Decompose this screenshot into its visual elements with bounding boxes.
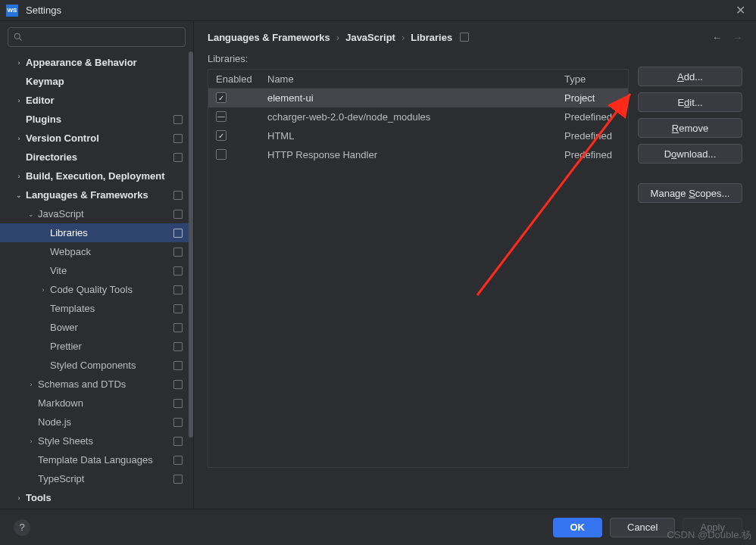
nav-back-icon[interactable]: ← bbox=[712, 32, 722, 43]
sidebar-item-label: Prettier bbox=[50, 341, 82, 352]
checkbox[interactable] bbox=[216, 92, 226, 103]
checkbox[interactable] bbox=[216, 130, 226, 141]
sidebar-item-bower[interactable]: Bower bbox=[0, 318, 189, 337]
sidebar-item-schemas-and-dtds[interactable]: ›Schemas and DTDs bbox=[0, 375, 189, 394]
chevron-icon: › bbox=[26, 438, 36, 445]
chevron-icon: › bbox=[26, 381, 36, 388]
settings-tree: ›Appearance & BehaviorKeymap›EditorPlugi… bbox=[0, 53, 193, 509]
sidebar-item-label: Styled Components bbox=[50, 360, 136, 371]
chevron-icon: › bbox=[14, 97, 24, 104]
sidebar-item-label: Node.js bbox=[38, 416, 71, 428]
download-button[interactable]: Download... bbox=[638, 144, 742, 164]
sidebar-item-label: Webpack bbox=[50, 246, 91, 257]
sidebar-item-prettier[interactable]: Prettier bbox=[0, 337, 189, 356]
scope-icon bbox=[173, 418, 183, 427]
sidebar-item-node-js[interactable]: Node.js bbox=[0, 413, 189, 431]
sidebar-item-label: Vite bbox=[50, 265, 67, 276]
sidebar-item-label: Directories bbox=[26, 151, 77, 163]
sidebar-item-languages-frameworks[interactable]: ⌄Languages & Frameworks bbox=[0, 185, 189, 204]
scope-icon bbox=[460, 33, 469, 42]
sidebar-item-label: Appearance & Behavior bbox=[26, 57, 137, 68]
sidebar-scrollbar[interactable] bbox=[189, 51, 193, 509]
scope-icon bbox=[173, 285, 183, 294]
scope-icon bbox=[173, 153, 183, 162]
watermark: CSDN @Double.杨 bbox=[667, 528, 751, 542]
dialog-footer: ? OK Cancel Apply bbox=[0, 509, 756, 545]
table-row[interactable]: element-uiProject bbox=[208, 89, 628, 107]
nav-forward-icon[interactable]: → bbox=[733, 32, 742, 43]
library-type: Predefined bbox=[564, 149, 628, 160]
table-row[interactable]: HTTP Response HandlerPredefined bbox=[208, 145, 628, 164]
scope-icon bbox=[173, 456, 183, 465]
sidebar-item-build-execution-deployment[interactable]: ›Build, Execution, Deployment bbox=[0, 167, 189, 185]
ok-button[interactable]: OK bbox=[553, 518, 603, 537]
sidebar-item-label: Bower bbox=[50, 322, 78, 333]
table-row[interactable]: ccharger-web-2.0-dev/node_modulesPredefi… bbox=[208, 107, 628, 126]
scope-icon bbox=[173, 266, 183, 276]
scope-icon bbox=[173, 134, 183, 143]
edit-button[interactable]: Edit... bbox=[638, 92, 742, 112]
sidebar-item-javascript[interactable]: ⌄JavaScript bbox=[0, 204, 189, 223]
sidebar-item-label: Markdown bbox=[38, 397, 83, 409]
action-buttons: Add... Edit... Remove Download... Manage… bbox=[638, 53, 742, 501]
checkbox[interactable] bbox=[216, 149, 226, 160]
scope-icon bbox=[173, 229, 183, 238]
sidebar-item-webpack[interactable]: Webpack bbox=[0, 242, 189, 261]
sidebar-item-editor[interactable]: ›Editor bbox=[0, 91, 189, 110]
library-type: Predefined bbox=[564, 130, 628, 142]
sidebar-item-directories[interactable]: Directories bbox=[0, 148, 189, 167]
sidebar-item-appearance-behavior[interactable]: ›Appearance & Behavior bbox=[0, 53, 189, 72]
scope-icon bbox=[173, 342, 183, 351]
col-type[interactable]: Type bbox=[564, 73, 628, 85]
svg-point-0 bbox=[14, 33, 20, 39]
manage-scopes-button[interactable]: Manage Scopes... bbox=[638, 183, 742, 203]
chevron-icon: › bbox=[38, 286, 48, 294]
section-label: Libraries: bbox=[208, 53, 629, 64]
add-button[interactable]: Add... bbox=[638, 67, 742, 86]
col-enabled[interactable]: Enabled bbox=[208, 73, 261, 85]
chevron-icon: › bbox=[14, 173, 24, 180]
sidebar-item-vite[interactable]: Vite bbox=[0, 261, 189, 280]
sidebar-item-version-control[interactable]: ›Version Control bbox=[0, 129, 189, 148]
settings-sidebar: ›Appearance & BehaviorKeymap›EditorPlugi… bbox=[0, 21, 194, 509]
cancel-button[interactable]: Cancel bbox=[610, 518, 675, 537]
sidebar-item-template-data-languages[interactable]: Template Data Languages bbox=[0, 450, 189, 469]
sidebar-item-templates[interactable]: Templates bbox=[0, 299, 189, 318]
remove-button[interactable]: Remove bbox=[638, 118, 742, 138]
scope-icon bbox=[173, 380, 183, 389]
sidebar-item-code-quality-tools[interactable]: ›Code Quality Tools bbox=[0, 280, 189, 299]
sidebar-item-libraries[interactable]: Libraries bbox=[0, 223, 189, 242]
sidebar-item-styled-components[interactable]: Styled Components bbox=[0, 356, 189, 375]
help-icon[interactable]: ? bbox=[14, 519, 30, 536]
chevron-icon: › bbox=[14, 494, 24, 502]
table-row[interactable]: HTMLPredefined bbox=[208, 126, 628, 145]
chevron-icon: ⌄ bbox=[14, 192, 24, 199]
sidebar-item-label: Plugins bbox=[26, 114, 61, 125]
sidebar-item-plugins[interactable]: Plugins bbox=[0, 110, 189, 129]
sidebar-item-label: Style Sheets bbox=[38, 435, 93, 447]
crumb-2[interactable]: Libraries bbox=[411, 32, 452, 43]
svg-line-1 bbox=[20, 39, 22, 41]
scope-icon bbox=[173, 115, 183, 124]
library-name: HTML bbox=[261, 130, 564, 142]
sidebar-item-markdown[interactable]: Markdown bbox=[0, 394, 189, 413]
scope-icon bbox=[173, 210, 183, 219]
search-icon bbox=[13, 32, 23, 42]
titlebar: WS Settings ✕ bbox=[0, 0, 756, 21]
sidebar-item-typescript[interactable]: TypeScript bbox=[0, 469, 189, 488]
sidebar-item-keymap[interactable]: Keymap bbox=[0, 72, 189, 91]
sidebar-item-tools[interactable]: ›Tools bbox=[0, 488, 189, 507]
col-name[interactable]: Name bbox=[261, 73, 564, 85]
close-icon[interactable]: ✕ bbox=[731, 3, 750, 17]
checkbox[interactable] bbox=[216, 111, 226, 122]
scope-icon bbox=[173, 399, 183, 408]
library-type: Project bbox=[564, 92, 628, 104]
sidebar-item-label: Code Quality Tools bbox=[50, 284, 133, 295]
sidebar-item-style-sheets[interactable]: ›Style Sheets bbox=[0, 431, 189, 450]
chevron-icon: ⌄ bbox=[26, 210, 36, 218]
scope-icon bbox=[173, 323, 183, 332]
search-input[interactable] bbox=[8, 27, 186, 47]
crumb-0[interactable]: Languages & Frameworks bbox=[208, 32, 330, 43]
crumb-1[interactable]: JavaScript bbox=[345, 32, 395, 43]
sidebar-item-label: Libraries bbox=[50, 227, 88, 238]
